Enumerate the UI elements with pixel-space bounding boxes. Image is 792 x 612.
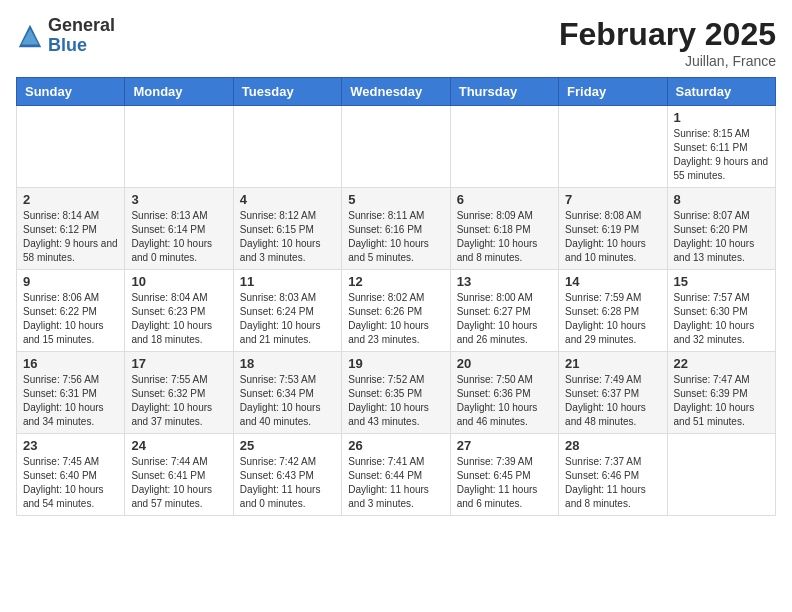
- logo: General Blue: [16, 16, 115, 56]
- calendar-cell: [342, 106, 450, 188]
- day-info: Sunrise: 8:03 AM Sunset: 6:24 PM Dayligh…: [240, 291, 335, 347]
- calendar-cell: 3Sunrise: 8:13 AM Sunset: 6:14 PM Daylig…: [125, 188, 233, 270]
- calendar-cell: 13Sunrise: 8:00 AM Sunset: 6:27 PM Dayli…: [450, 270, 558, 352]
- day-number: 10: [131, 274, 226, 289]
- day-number: 14: [565, 274, 660, 289]
- calendar-cell: 28Sunrise: 7:37 AM Sunset: 6:46 PM Dayli…: [559, 434, 667, 516]
- day-number: 18: [240, 356, 335, 371]
- day-info: Sunrise: 7:44 AM Sunset: 6:41 PM Dayligh…: [131, 455, 226, 511]
- day-number: 4: [240, 192, 335, 207]
- calendar-cell: 22Sunrise: 7:47 AM Sunset: 6:39 PM Dayli…: [667, 352, 775, 434]
- calendar-cell: [17, 106, 125, 188]
- day-info: Sunrise: 7:39 AM Sunset: 6:45 PM Dayligh…: [457, 455, 552, 511]
- calendar-week-row: 9Sunrise: 8:06 AM Sunset: 6:22 PM Daylig…: [17, 270, 776, 352]
- calendar-cell: 15Sunrise: 7:57 AM Sunset: 6:30 PM Dayli…: [667, 270, 775, 352]
- calendar-cell: [233, 106, 341, 188]
- logo-blue: Blue: [48, 35, 87, 55]
- day-info: Sunrise: 8:08 AM Sunset: 6:19 PM Dayligh…: [565, 209, 660, 265]
- day-info: Sunrise: 8:12 AM Sunset: 6:15 PM Dayligh…: [240, 209, 335, 265]
- logo-general: General: [48, 15, 115, 35]
- day-number: 2: [23, 192, 118, 207]
- day-info: Sunrise: 7:49 AM Sunset: 6:37 PM Dayligh…: [565, 373, 660, 429]
- weekday-header-monday: Monday: [125, 78, 233, 106]
- weekday-header-friday: Friday: [559, 78, 667, 106]
- month-year-title: February 2025: [559, 16, 776, 53]
- day-number: 9: [23, 274, 118, 289]
- day-number: 22: [674, 356, 769, 371]
- calendar-cell: [667, 434, 775, 516]
- day-number: 17: [131, 356, 226, 371]
- weekday-header-tuesday: Tuesday: [233, 78, 341, 106]
- calendar-cell: 19Sunrise: 7:52 AM Sunset: 6:35 PM Dayli…: [342, 352, 450, 434]
- day-info: Sunrise: 7:57 AM Sunset: 6:30 PM Dayligh…: [674, 291, 769, 347]
- day-number: 27: [457, 438, 552, 453]
- calendar-week-row: 16Sunrise: 7:56 AM Sunset: 6:31 PM Dayli…: [17, 352, 776, 434]
- day-number: 11: [240, 274, 335, 289]
- calendar-cell: 6Sunrise: 8:09 AM Sunset: 6:18 PM Daylig…: [450, 188, 558, 270]
- calendar-cell: 10Sunrise: 8:04 AM Sunset: 6:23 PM Dayli…: [125, 270, 233, 352]
- calendar-cell: 9Sunrise: 8:06 AM Sunset: 6:22 PM Daylig…: [17, 270, 125, 352]
- calendar-cell: 24Sunrise: 7:44 AM Sunset: 6:41 PM Dayli…: [125, 434, 233, 516]
- calendar-cell: 4Sunrise: 8:12 AM Sunset: 6:15 PM Daylig…: [233, 188, 341, 270]
- day-info: Sunrise: 8:04 AM Sunset: 6:23 PM Dayligh…: [131, 291, 226, 347]
- day-number: 15: [674, 274, 769, 289]
- weekday-header-wednesday: Wednesday: [342, 78, 450, 106]
- day-number: 28: [565, 438, 660, 453]
- calendar-cell: 21Sunrise: 7:49 AM Sunset: 6:37 PM Dayli…: [559, 352, 667, 434]
- day-number: 7: [565, 192, 660, 207]
- day-info: Sunrise: 8:15 AM Sunset: 6:11 PM Dayligh…: [674, 127, 769, 183]
- day-number: 20: [457, 356, 552, 371]
- day-info: Sunrise: 7:59 AM Sunset: 6:28 PM Dayligh…: [565, 291, 660, 347]
- day-number: 8: [674, 192, 769, 207]
- calendar-cell: 2Sunrise: 8:14 AM Sunset: 6:12 PM Daylig…: [17, 188, 125, 270]
- day-info: Sunrise: 8:13 AM Sunset: 6:14 PM Dayligh…: [131, 209, 226, 265]
- page-header: General Blue February 2025 Juillan, Fran…: [16, 16, 776, 69]
- day-info: Sunrise: 7:50 AM Sunset: 6:36 PM Dayligh…: [457, 373, 552, 429]
- day-number: 19: [348, 356, 443, 371]
- calendar-cell: 27Sunrise: 7:39 AM Sunset: 6:45 PM Dayli…: [450, 434, 558, 516]
- day-info: Sunrise: 8:14 AM Sunset: 6:12 PM Dayligh…: [23, 209, 118, 265]
- calendar-cell: 25Sunrise: 7:42 AM Sunset: 6:43 PM Dayli…: [233, 434, 341, 516]
- calendar-cell: 26Sunrise: 7:41 AM Sunset: 6:44 PM Dayli…: [342, 434, 450, 516]
- calendar-cell: 5Sunrise: 8:11 AM Sunset: 6:16 PM Daylig…: [342, 188, 450, 270]
- calendar-cell: 8Sunrise: 8:07 AM Sunset: 6:20 PM Daylig…: [667, 188, 775, 270]
- day-number: 12: [348, 274, 443, 289]
- day-number: 5: [348, 192, 443, 207]
- day-number: 6: [457, 192, 552, 207]
- weekday-header-row: SundayMondayTuesdayWednesdayThursdayFrid…: [17, 78, 776, 106]
- weekday-header-thursday: Thursday: [450, 78, 558, 106]
- weekday-header-sunday: Sunday: [17, 78, 125, 106]
- calendar-cell: [559, 106, 667, 188]
- day-info: Sunrise: 7:45 AM Sunset: 6:40 PM Dayligh…: [23, 455, 118, 511]
- location-subtitle: Juillan, France: [559, 53, 776, 69]
- day-info: Sunrise: 8:02 AM Sunset: 6:26 PM Dayligh…: [348, 291, 443, 347]
- day-number: 21: [565, 356, 660, 371]
- calendar-cell: 12Sunrise: 8:02 AM Sunset: 6:26 PM Dayli…: [342, 270, 450, 352]
- weekday-header-saturday: Saturday: [667, 78, 775, 106]
- calendar-cell: 7Sunrise: 8:08 AM Sunset: 6:19 PM Daylig…: [559, 188, 667, 270]
- calendar-cell: [125, 106, 233, 188]
- day-number: 24: [131, 438, 226, 453]
- calendar-cell: 20Sunrise: 7:50 AM Sunset: 6:36 PM Dayli…: [450, 352, 558, 434]
- day-info: Sunrise: 8:00 AM Sunset: 6:27 PM Dayligh…: [457, 291, 552, 347]
- day-number: 26: [348, 438, 443, 453]
- day-info: Sunrise: 7:53 AM Sunset: 6:34 PM Dayligh…: [240, 373, 335, 429]
- calendar-cell: 14Sunrise: 7:59 AM Sunset: 6:28 PM Dayli…: [559, 270, 667, 352]
- logo-text: General Blue: [48, 16, 115, 56]
- day-info: Sunrise: 7:37 AM Sunset: 6:46 PM Dayligh…: [565, 455, 660, 511]
- day-info: Sunrise: 7:41 AM Sunset: 6:44 PM Dayligh…: [348, 455, 443, 511]
- calendar-week-row: 23Sunrise: 7:45 AM Sunset: 6:40 PM Dayli…: [17, 434, 776, 516]
- day-number: 1: [674, 110, 769, 125]
- day-info: Sunrise: 8:06 AM Sunset: 6:22 PM Dayligh…: [23, 291, 118, 347]
- day-number: 23: [23, 438, 118, 453]
- day-number: 25: [240, 438, 335, 453]
- day-info: Sunrise: 8:11 AM Sunset: 6:16 PM Dayligh…: [348, 209, 443, 265]
- calendar-week-row: 1Sunrise: 8:15 AM Sunset: 6:11 PM Daylig…: [17, 106, 776, 188]
- title-block: February 2025 Juillan, France: [559, 16, 776, 69]
- calendar-cell: 1Sunrise: 8:15 AM Sunset: 6:11 PM Daylig…: [667, 106, 775, 188]
- calendar-table: SundayMondayTuesdayWednesdayThursdayFrid…: [16, 77, 776, 516]
- day-info: Sunrise: 7:47 AM Sunset: 6:39 PM Dayligh…: [674, 373, 769, 429]
- day-info: Sunrise: 7:55 AM Sunset: 6:32 PM Dayligh…: [131, 373, 226, 429]
- day-info: Sunrise: 7:52 AM Sunset: 6:35 PM Dayligh…: [348, 373, 443, 429]
- day-number: 3: [131, 192, 226, 207]
